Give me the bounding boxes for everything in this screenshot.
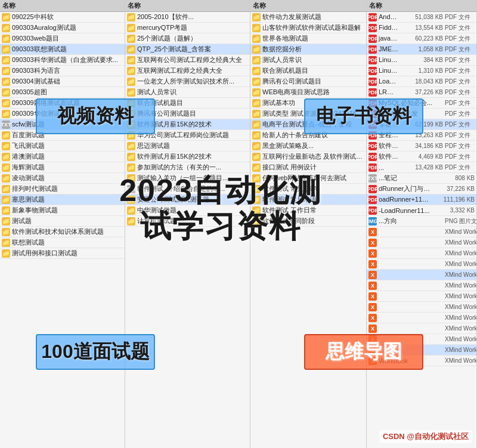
list-item[interactable]: PDF全程软件测试13,263 KBPDF 文件 <box>367 130 476 141</box>
list-item[interactable]: 📁软件测试和技术知识体系测试题 <box>0 227 125 237</box>
list-item[interactable]: PDFLinux系统基础教程1,310 KBPDF 文件 <box>367 66 476 76</box>
list-item[interactable]: XXMind Workbook <box>367 248 476 259</box>
list-item[interactable]: 📁090304测试基础 <box>0 76 125 87</box>
list-item[interactable]: 📁软件测试 常见Q&A <box>250 184 366 194</box>
list-item[interactable]: PDFdRunner入门与提...37,226 KB <box>367 184 476 194</box>
list-item[interactable]: 📁华为公司测试工程师岗位测试题 <box>125 130 250 141</box>
list-item[interactable]: XXMind Workbook <box>367 280 476 291</box>
list-item[interactable]: 📁090305超图 <box>0 87 125 98</box>
list-item[interactable]: PDFLR电子书37,226 KBPDF 文件 <box>367 87 476 98</box>
list-item[interactable]: PDF软件测试的艺术.(美)梅尔斯.(原书第2版)4,469 KBPDF 文件 <box>367 152 476 162</box>
list-item[interactable]: 📁测试用例和接口测试题 <box>0 248 125 259</box>
list-item[interactable]: 📁软件动力发展测试题 <box>250 12 366 23</box>
list-item[interactable]: XXMind Workbook <box>367 313 476 323</box>
list-item[interactable]: 📁计算机测试题 <box>125 216 250 227</box>
list-item[interactable]: PDFoadRunner+11实战111,196 KB <box>367 194 476 205</box>
list-item[interactable]: 📁接口测试 用例设计 <box>250 162 366 173</box>
list-item[interactable]: 📁排列时代测试题 <box>0 184 125 194</box>
list-item[interactable]: PDFjava测试新技术TestNG和高级概念60,223 KBPDF 文件 <box>367 33 476 44</box>
list-item[interactable]: XXMind Workbook <box>367 345 476 356</box>
list-item[interactable]: TXT...笔记808 KB <box>367 173 476 184</box>
list-item[interactable]: 📁090303web题目 <box>0 33 125 44</box>
list-item[interactable]: PDFAndroid软件安全与逆向分析51,038 KBPDF 文件 <box>367 12 476 23</box>
list-item[interactable]: XXMind Workbook <box>367 334 476 345</box>
list-item[interactable]: 📁测试基本功 <box>250 98 366 109</box>
list-item[interactable]: PDFFiddler调试权威指南（美）劳伦斯著13,554 KBPDF 文件 <box>367 23 476 33</box>
list-item[interactable]: XWorkbookXMind Workbook <box>367 356 476 366</box>
list-item[interactable]: 📁中华测试做题 <box>125 205 250 216</box>
list-item[interactable]: XXMind Workbook <box>367 227 476 237</box>
list-item[interactable]: 📁软件测试 常见术语 <box>250 194 366 205</box>
list-item[interactable]: 📁给新人的十条告别建议 <box>250 130 366 141</box>
list-item[interactable]: XXMind Workbook <box>367 237 476 248</box>
list-item[interactable]: 📁互联网行业最新动态 及软件测试发展方向 <box>250 152 366 162</box>
list-item[interactable]: PDFLoadRunner11中文使用手册18,043 KBPDF 文件 <box>367 76 476 87</box>
list-item[interactable]: 📁参加测试的方法（有关的一... <box>125 162 250 173</box>
list-item[interactable]: 📁百度测试题 <box>0 130 125 141</box>
list-item[interactable]: 📁海辉测试题 <box>0 162 125 173</box>
list-item[interactable]: IMG...方向PNG 图片文件 <box>367 216 476 227</box>
folder-icon: 📁 <box>252 121 261 129</box>
file-name: LoadRunner11中文使用手册 <box>379 77 399 86</box>
list-item[interactable]: 📁腾讯有公司测试题目 <box>125 109 250 119</box>
list-item[interactable]: 📁任何web网站应该如何去测试 <box>250 173 366 184</box>
list-item[interactable]: 📁测试人员常识 <box>250 55 366 66</box>
list-item[interactable]: 📁港澳测试题 <box>0 152 125 162</box>
list-item[interactable]: 📁塞思测试题 <box>0 194 125 205</box>
list-item[interactable]: 📁090225中科软 <box>0 12 125 23</box>
list-item[interactable]: 📁090303Auralog测试题 <box>0 23 125 33</box>
list-item[interactable]: PDF-LoadRunner11...3,332 KB <box>367 205 476 216</box>
list-item[interactable]: 📁测试类型 测试资源群748242974 <box>250 109 366 119</box>
list-item[interactable]: XXMind Workbook <box>367 270 476 280</box>
list-item[interactable]: 📁腾讯有公司测试题目 <box>250 76 366 87</box>
list-item[interactable]: 📁测试人员常识 <box>125 87 250 98</box>
list-item[interactable]: 📁联合测试机题目 <box>250 66 366 76</box>
list-item[interactable]: XXMind Workbook <box>367 259 476 270</box>
list-item[interactable]: 📁QTP_25个测试题_含答案 <box>125 44 250 55</box>
list-item[interactable]: TXTscfw测试题 <box>0 119 125 130</box>
list-item[interactable]: PDF软件测试34,186 KBPDF 文件 <box>367 141 476 152</box>
list-item[interactable]: 📁黑盒测试策略及... <box>250 141 366 152</box>
list-item[interactable]: PDF测试驱动开发PDF 文件 <box>367 109 476 119</box>
file-name: 联合测试机题目 <box>262 66 364 75</box>
list-item[interactable]: PDF...13,428 KBPDF 文件 <box>367 162 476 173</box>
list-item[interactable]: 📁数据挖掘分析 <box>250 44 366 55</box>
list-item[interactable]: 📁测试题 <box>0 216 125 227</box>
list-item[interactable]: 📁世界各地测试题 <box>250 33 366 44</box>
list-item[interactable]: 📁测试输入关功（一组一条题目... <box>125 173 250 184</box>
list-item[interactable]: 📁090303联想测试题 <box>0 44 125 55</box>
list-item[interactable]: 📁090303科华测试题（白盒测试要求... <box>0 55 125 66</box>
list-item[interactable]: 📁2005-2010【软件... <box>125 12 250 23</box>
list-item[interactable]: 📁WEB电商项目测试思路 <box>250 87 366 98</box>
list-item[interactable]: 📁090303科为语言 <box>0 66 125 76</box>
list-item[interactable]: TXT软件测试_介绍自给自足的综... <box>125 184 250 194</box>
list-item[interactable]: 📁互联网有公司测试工程师之经典大全 <box>125 55 250 66</box>
list-item[interactable]: PDFLinux命令大全384 KBPDF 文件 <box>367 55 476 66</box>
list-item[interactable]: 📁软件测试 工作日常 <box>250 205 366 216</box>
list-item[interactable]: 📁软件测试不同阶段 <box>250 216 366 227</box>
list-item[interactable]: XXMind Workbook <box>367 323 476 334</box>
list-item[interactable]: 📁电商平台测试重点--统合，全程 <box>250 119 366 130</box>
list-item[interactable]: 📁思迈测试题 <box>125 141 250 152</box>
list-item[interactable]: 📁090309网络测试面试题 <box>0 98 125 109</box>
list-item[interactable]: PDFJMETER官方中文手册1,058 KBPDF 文件 <box>367 44 476 55</box>
list-item[interactable]: XXMind Workbook <box>367 291 476 302</box>
list-item[interactable]: 📁凌动测试题 <box>0 173 125 184</box>
list-item[interactable]: 📁山客软件测试软件测试试题和题解 <box>250 23 366 33</box>
list-item[interactable]: 📁飞讯测试题 <box>0 141 125 152</box>
list-item[interactable]: 📁新象事物测试题 <box>0 205 125 216</box>
list-item[interactable]: PDFMySQL必知必会...PDF 文件 <box>367 98 476 109</box>
list-item[interactable]: 📁互联网测试工程师之经典大全 <box>125 66 250 76</box>
list-item[interactable]: 📁一位老文人所学测试知识技术所... <box>125 76 250 87</box>
list-item[interactable]: 📁联合测试机题目 <box>125 98 250 109</box>
xmind-icon: X <box>368 346 377 354</box>
list-item[interactable]: 📁联想测试题 <box>0 237 125 248</box>
list-item[interactable]: 📁软件测试月薪15K的2技术 <box>125 152 250 162</box>
list-item[interactable]: 📁25个测试题（题解） <box>125 33 250 44</box>
list-item[interactable]: PDF零基础--谷歌软件测试之道62,199 KBPDF 文件 <box>367 119 476 130</box>
list-item[interactable]: 📁mercuryQTP考题 <box>125 23 250 33</box>
list-item[interactable]: 📁090309华信测试题 <box>0 109 125 119</box>
list-item[interactable]: XXMind Workbook <box>367 302 476 313</box>
list-item[interactable]: 📁软件测试月薪15K的2技术 <box>125 119 250 130</box>
list-item[interactable]: 📁安迈公司测试测试测试题 <box>125 194 250 205</box>
